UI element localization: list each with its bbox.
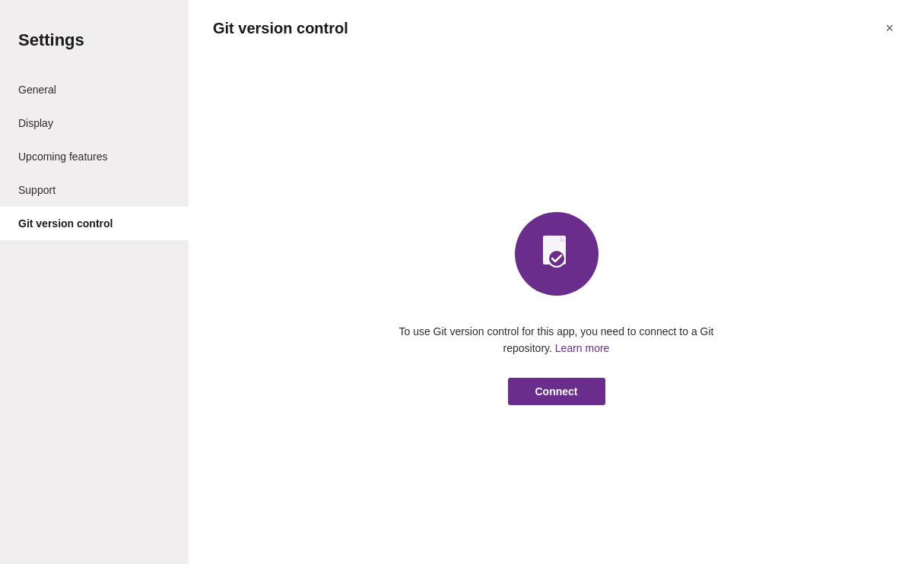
learn-more-link[interactable]: Learn more bbox=[555, 342, 610, 354]
sidebar-nav: General Display Upcoming features Suppor… bbox=[0, 73, 189, 240]
git-document-icon bbox=[535, 233, 578, 275]
sidebar-item-general[interactable]: General bbox=[0, 73, 189, 106]
settings-title: Settings bbox=[0, 15, 189, 73]
main-body: To use Git version control for this app,… bbox=[189, 53, 924, 564]
main-header: Git version control × bbox=[189, 0, 924, 53]
sidebar-item-upcoming-features[interactable]: Upcoming features bbox=[0, 140, 189, 173]
sidebar-item-git-version-control[interactable]: Git version control bbox=[0, 207, 189, 240]
connect-button[interactable]: Connect bbox=[508, 378, 605, 405]
page-title: Git version control bbox=[213, 20, 348, 37]
sidebar-item-support[interactable]: Support bbox=[0, 173, 189, 207]
description-text: To use Git version control for this app,… bbox=[397, 323, 716, 357]
git-icon-circle bbox=[515, 212, 599, 296]
sidebar-item-display[interactable]: Display bbox=[0, 106, 189, 140]
svg-point-1 bbox=[548, 250, 565, 267]
sidebar: Settings General Display Upcoming featur… bbox=[0, 0, 189, 564]
close-button[interactable]: × bbox=[879, 18, 900, 38]
main-content: Git version control × To use Git version… bbox=[189, 0, 924, 564]
